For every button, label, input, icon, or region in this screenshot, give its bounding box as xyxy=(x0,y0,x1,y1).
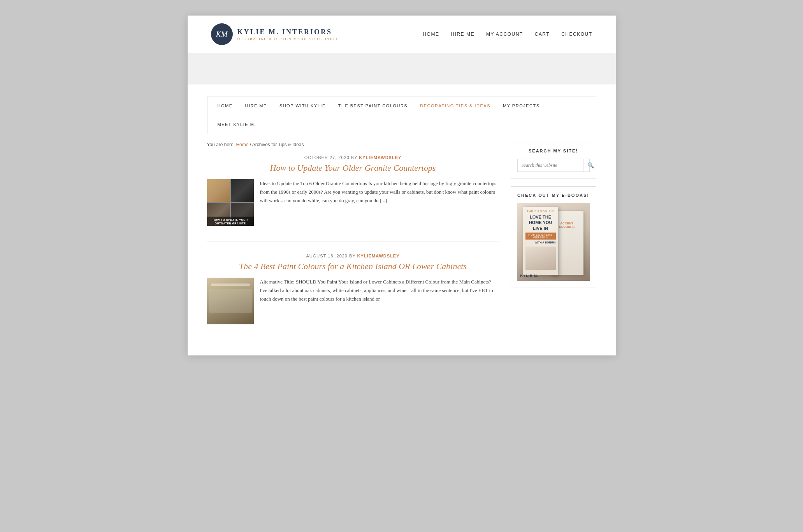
logo-area: KM KYLIE M. INTERIORS DECORATING & DESIG… xyxy=(211,23,339,45)
breadcrumb-current: Archives for Tips & Ideas xyxy=(252,142,304,147)
ebook-cover[interactable]: ACCENT COLOURS THE 5 ROOM FIX LOVE THE H… xyxy=(517,203,590,281)
search-form: 🔍 xyxy=(517,159,590,172)
content-area: You are here: Home / Archives for Tips &… xyxy=(207,142,499,340)
sec-nav-paint[interactable]: THE BEST PAINT COLOURS xyxy=(332,96,414,115)
breadcrumb-separator: / xyxy=(248,142,252,147)
secondary-nav: HOME HIRE ME SHOP WITH KYLIE THE BEST PA… xyxy=(207,96,596,134)
kitchen-thumbnail xyxy=(207,278,254,324)
article-2-author[interactable]: KYLIEMAWDSLEY xyxy=(357,254,400,258)
top-nav-cart[interactable]: CART xyxy=(535,32,550,37)
sec-nav-shop[interactable]: SHOP WITH KYLIE xyxy=(273,96,332,115)
article-1-image[interactable]: HOW TO UPDATE YOUR OUTDATED GRANITE xyxy=(207,179,254,226)
ebook-box-title: CHECK OUT MY E-BOOKS! xyxy=(517,193,590,198)
breadcrumb-prefix: You are here: xyxy=(207,142,236,147)
article-2-date: AUGUST 18, 2020 xyxy=(306,254,348,258)
search-button[interactable]: 🔍 xyxy=(583,159,598,172)
site-name: KYLIE M. INTERIORS xyxy=(237,28,339,36)
overlay-line1: HOW TO UPDATE YOUR xyxy=(209,218,252,222)
sec-nav-home[interactable]: HOME xyxy=(211,96,239,115)
article-1-date: OCTOBER 27, 2020 xyxy=(304,155,350,160)
sidebar: SEARCH MY SITE! 🔍 CHECK OUT MY E-BOOKS! … xyxy=(511,142,596,340)
granite-cell-2 xyxy=(231,179,254,202)
article-1: OCTOBER 27, 2020 BY KYLIEMAWDSLEY How to… xyxy=(207,155,499,226)
search-box: SEARCH MY SITE! 🔍 xyxy=(511,142,596,178)
logo-icon: KM xyxy=(211,23,233,45)
ebook-series: THE 5 ROOM FIX xyxy=(525,210,556,213)
article-2-excerpt: Alternative Title: SHOULD You Paint Your… xyxy=(260,278,499,324)
site-header: KM KYLIE M. INTERIORS DECORATING & DESIG… xyxy=(188,16,616,53)
top-nav: HOME HIRE ME MY ACCOUNT CART CHECKOUT xyxy=(423,32,592,37)
site-tagline: DECORATING & DESIGN MADE AFFORDABLE xyxy=(237,37,339,41)
overlay-line2: OUTDATED GRANITE xyxy=(209,222,252,225)
article-separator-1 xyxy=(207,242,499,242)
article-1-excerpt: Ideas to Update the Top 6 Older Granite … xyxy=(260,179,499,226)
article-2-meta: AUGUST 18, 2020 BY KYLIEMAWDSLEY xyxy=(207,254,499,258)
granite-cell-1 xyxy=(207,179,230,202)
search-input[interactable] xyxy=(518,159,583,172)
page-wrapper: KM KYLIE M. INTERIORS DECORATING & DESIG… xyxy=(188,16,616,355)
ebook-subtitle: HOMEOWNERS VERSION xyxy=(525,233,556,240)
granite-overlay: HOW TO UPDATE YOUR OUTDATED GRANITE xyxy=(207,217,254,226)
ebook-bonus: WITH A BONUS! xyxy=(525,241,556,244)
breadcrumb: You are here: Home / Archives for Tips &… xyxy=(207,142,499,147)
article-1-by: BY xyxy=(351,155,359,160)
article-2-title[interactable]: The 4 Best Paint Colours for a Kitchen I… xyxy=(207,261,499,271)
sec-nav-meet[interactable]: MEET KYLIE M. xyxy=(211,115,262,134)
top-nav-home[interactable]: HOME xyxy=(423,32,439,37)
article-1-author[interactable]: KYLIEMAWDSLEY xyxy=(359,155,401,160)
sec-nav-hire-me[interactable]: HIRE ME xyxy=(239,96,273,115)
article-2-image[interactable] xyxy=(207,278,254,324)
article-2: AUGUST 18, 2020 BY KYLIEMAWDSLEY The 4 B… xyxy=(207,254,499,324)
article-1-meta: OCTOBER 27, 2020 BY KYLIEMAWDSLEY xyxy=(207,155,499,160)
top-nav-checkout[interactable]: CHECKOUT xyxy=(561,32,592,37)
main-content: You are here: Home / Archives for Tips &… xyxy=(188,142,616,355)
secondary-nav-wrapper: HOME HIRE ME SHOP WITH KYLIE THE BEST PA… xyxy=(207,96,596,134)
ebook-box: CHECK OUT MY E-BOOKS! ACCENT COLOURS THE… xyxy=(511,186,596,287)
logo-text: KYLIE M. INTERIORS DECORATING & DESIGN M… xyxy=(237,28,339,41)
banner-area xyxy=(188,53,616,84)
top-nav-hire-me[interactable]: HIRE ME xyxy=(451,32,474,37)
article-2-body: Alternative Title: SHOULD You Paint Your… xyxy=(207,278,499,324)
ebook-front-cover: THE 5 ROOM FIX LOVE THE HOME YOU LIVE IN… xyxy=(523,207,558,275)
ebook-main-title: LOVE THE HOME YOU LIVE IN xyxy=(525,214,556,231)
article-1-body: HOW TO UPDATE YOUR OUTDATED GRANITE Idea… xyxy=(207,179,499,226)
article-1-title-link[interactable]: How to Update Your Older Granite Counter… xyxy=(270,163,436,173)
article-1-title[interactable]: How to Update Your Older Granite Counter… xyxy=(207,163,499,173)
article-2-by: BY xyxy=(349,254,357,258)
sec-nav-projects[interactable]: MY PROJECTS xyxy=(497,96,546,115)
sec-nav-decorating[interactable]: DECORATING TIPS & IDEAS xyxy=(414,96,497,115)
search-box-title: SEARCH MY SITE! xyxy=(517,149,590,153)
top-nav-my-account[interactable]: MY ACCOUNT xyxy=(486,32,523,37)
ebook-author: KYLIE M. xyxy=(520,274,539,278)
ebook-interior-image xyxy=(525,247,556,270)
breadcrumb-home[interactable]: Home xyxy=(236,142,248,147)
article-2-title-link[interactable]: The 4 Best Paint Colours for a Kitchen I… xyxy=(239,261,467,271)
